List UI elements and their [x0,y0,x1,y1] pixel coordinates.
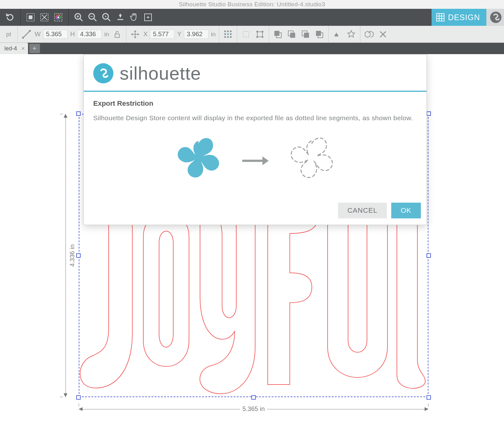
svg-rect-49 [290,33,295,38]
document-tab-name: led-4 [4,45,17,52]
export-restriction-dialog: silhouette Export Restriction Silhouette… [83,54,427,225]
svg-rect-44 [262,31,263,32]
flower-solid-icon [172,134,225,188]
design-mode-label: DESIGN [448,13,480,22]
svg-rect-40 [230,36,232,38]
x-label: X [143,31,147,38]
resize-handle-tl[interactable] [76,111,81,116]
select-all-icon[interactable] [25,12,36,23]
window-titlebar: Silhouette Studio Business Edition: Unti… [0,0,504,9]
dialog-header: silhouette [84,54,427,92]
resize-handle-bm[interactable] [251,395,256,400]
svg-rect-43 [256,31,258,32]
dialog-footer: CANCEL OK [84,201,427,225]
svg-rect-38 [224,36,226,38]
y-label: Y [177,31,181,38]
height-value[interactable]: 4.336 [77,30,102,39]
dimension-horizontal: 5.365 in [79,403,428,416]
pan-icon[interactable] [129,12,140,23]
svg-rect-35 [224,33,226,35]
zoom-selection-icon[interactable] [101,12,112,23]
resize-handle-bl[interactable] [76,395,81,400]
svg-rect-20 [437,14,444,21]
ok-button[interactable]: OK [391,203,421,218]
svg-rect-32 [224,31,226,32]
3d-icon[interactable] [364,29,375,40]
svg-rect-34 [230,31,232,32]
fit-page-icon[interactable] [142,12,154,23]
svg-line-8 [80,19,83,21]
svg-point-6 [57,16,59,18]
size-unit: in [104,31,109,38]
dimension-width-label: 5.365 in [240,405,267,413]
resize-handle-tr[interactable] [427,111,431,116]
svg-rect-37 [230,33,232,35]
lock-aspect-icon[interactable] [112,29,123,40]
svg-point-27 [22,37,24,39]
svg-rect-46 [262,36,263,38]
svg-rect-33 [227,31,229,32]
arrow-right-icon [241,155,269,167]
zoom-out-icon[interactable] [87,12,98,23]
window-title: Silhouette Studio Business Edition: Unti… [179,1,325,8]
line-weight-unit: pt [6,31,11,38]
dialog-title: Export Restriction [93,99,417,108]
silhouette-logo-icon [93,63,113,83]
weld-icon[interactable] [332,29,343,40]
send-backward-icon[interactable] [300,29,311,40]
svg-rect-45 [256,36,258,38]
svg-point-28 [29,30,31,32]
dialog-illustration [93,123,417,197]
document-tab[interactable]: led-4 × [0,43,28,54]
flower-dashed-icon [285,134,339,188]
resize-handle-br[interactable] [427,395,431,400]
dimension-vertical: 4.336 in [60,114,72,397]
dialog-brand: silhouette [120,63,201,84]
zoom-in-icon[interactable] [73,12,84,23]
svg-line-15 [108,19,110,21]
svg-rect-54 [316,31,321,36]
design-mode-tab[interactable]: DESIGN [432,9,486,26]
svg-line-12 [94,19,96,21]
close-panel-icon[interactable] [377,29,389,40]
send-back-icon[interactable] [314,29,325,40]
bring-forward-icon[interactable] [286,29,297,40]
width-label: W [35,31,41,38]
new-tab-button[interactable]: + [29,44,40,53]
dialog-body: Export Restriction Silhouette Design Sto… [84,92,427,201]
svg-rect-39 [227,36,229,38]
position-unit: in [211,31,216,38]
dialog-message: Silhouette Design Store content will dis… [93,113,417,123]
resize-handle-ml[interactable] [76,253,81,258]
bring-front-icon[interactable] [272,29,284,40]
transform-icon[interactable] [254,29,266,40]
dimension-height-label: 4.336 in [69,242,76,269]
cancel-button[interactable]: CANCEL [338,203,387,218]
properties-toolbar: pt W 5.365 H 4.336 in X 5.577 Y 3.962 in [0,26,504,43]
svg-rect-52 [304,33,309,38]
crop-icon[interactable] [240,29,252,40]
zoom-drag-icon[interactable] [115,12,126,23]
resize-handle-mr[interactable] [427,253,431,258]
svg-rect-47 [274,31,279,36]
y-value[interactable]: 3.962 [184,30,209,39]
color-picker-icon[interactable] [53,12,64,23]
brand-logo-icon [486,9,504,26]
close-tab-icon[interactable]: × [21,45,25,52]
main-toolbar: DESIGN [0,9,504,26]
redo-icon[interactable] [4,12,16,23]
svg-rect-1 [29,15,32,19]
deselect-icon[interactable] [39,12,50,23]
svg-rect-36 [227,33,229,35]
mode-tabs: DESIGN [432,9,504,26]
align-panel-icon[interactable] [222,29,234,40]
move-icon[interactable] [129,29,141,40]
line-tool-icon[interactable] [21,29,32,40]
plus-icon: + [32,44,37,53]
width-value[interactable]: 5.365 [43,30,68,39]
svg-rect-29 [115,34,119,37]
height-label: H [70,31,75,38]
canvas[interactable]: 5.365 in 4.336 in silhouette Export Rest… [0,54,504,444]
star-icon[interactable] [346,29,357,40]
x-value[interactable]: 5.577 [150,30,175,39]
